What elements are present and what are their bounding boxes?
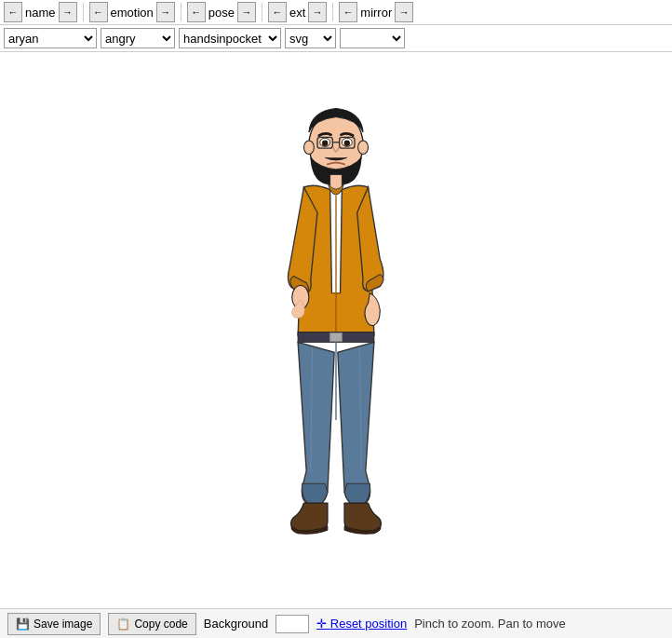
- emotion-select[interactable]: angry happy sad neutral: [101, 28, 175, 48]
- pose-select[interactable]: handsinpocket standing walking: [179, 28, 281, 48]
- name-prev-btn[interactable]: ←: [4, 2, 22, 22]
- save-image-label: Save image: [34, 618, 92, 631]
- mirror-prev-btn[interactable]: ←: [339, 2, 357, 22]
- ext-prev-btn[interactable]: ←: [268, 2, 287, 22]
- zoom-pan-hint: Pinch to zoom. Pan to move: [414, 617, 566, 631]
- copy-icon: 📋: [116, 618, 130, 631]
- sep2: [181, 3, 181, 21]
- emotion-prev-btn[interactable]: ←: [89, 2, 108, 22]
- save-icon: 💾: [16, 618, 30, 631]
- ext-select[interactable]: svg png jpg: [285, 28, 336, 48]
- mirror-next-btn[interactable]: →: [395, 2, 413, 22]
- mirror-nav-label: mirror: [358, 6, 394, 20]
- pose-nav-group: ← pose →: [187, 2, 256, 22]
- pose-nav-label: pose: [207, 6, 236, 20]
- name-select[interactable]: aryan: [4, 28, 97, 48]
- save-image-button[interactable]: 💾 Save image: [7, 613, 101, 635]
- reset-position-link[interactable]: ✛ Reset position: [316, 617, 407, 631]
- emotion-nav-label: emotion: [109, 6, 155, 20]
- canvas-area: [0, 52, 672, 602]
- copy-code-label: Copy code: [134, 618, 187, 631]
- sep4: [332, 3, 333, 21]
- ext-next-btn[interactable]: →: [308, 2, 327, 22]
- mirror-nav-group: ← mirror →: [339, 2, 413, 22]
- svg-point-4: [322, 141, 328, 146]
- pose-next-btn[interactable]: →: [237, 2, 256, 22]
- name-nav-label: name: [23, 6, 58, 20]
- background-color-swatch[interactable]: [276, 615, 309, 633]
- svg-point-2: [358, 141, 369, 155]
- bottom-bar: 💾 Save image 📋 Copy code Background ✛ Re…: [0, 608, 672, 638]
- background-label: Background: [204, 617, 268, 631]
- svg-point-6: [344, 141, 350, 146]
- svg-rect-15: [330, 333, 343, 341]
- emotion-nav-group: ← emotion →: [89, 2, 175, 22]
- pose-prev-btn[interactable]: ←: [187, 2, 206, 22]
- sep1: [83, 3, 84, 21]
- mirror-select[interactable]: mirror: [340, 28, 405, 48]
- name-next-btn[interactable]: →: [59, 2, 77, 22]
- move-icon: ✛: [316, 617, 330, 631]
- svg-point-1: [303, 141, 314, 155]
- sep3: [262, 3, 262, 21]
- copy-code-button[interactable]: 📋 Copy code: [108, 613, 195, 635]
- emotion-next-btn[interactable]: →: [156, 2, 175, 22]
- ext-nav-label: ext: [288, 6, 307, 20]
- character-svg: [243, 85, 429, 569]
- selects-row: aryan angry happy sad neutral handsinpoc…: [0, 25, 672, 51]
- ext-nav-group: ← ext →: [268, 2, 327, 22]
- name-nav-group: ← name →: [4, 2, 77, 22]
